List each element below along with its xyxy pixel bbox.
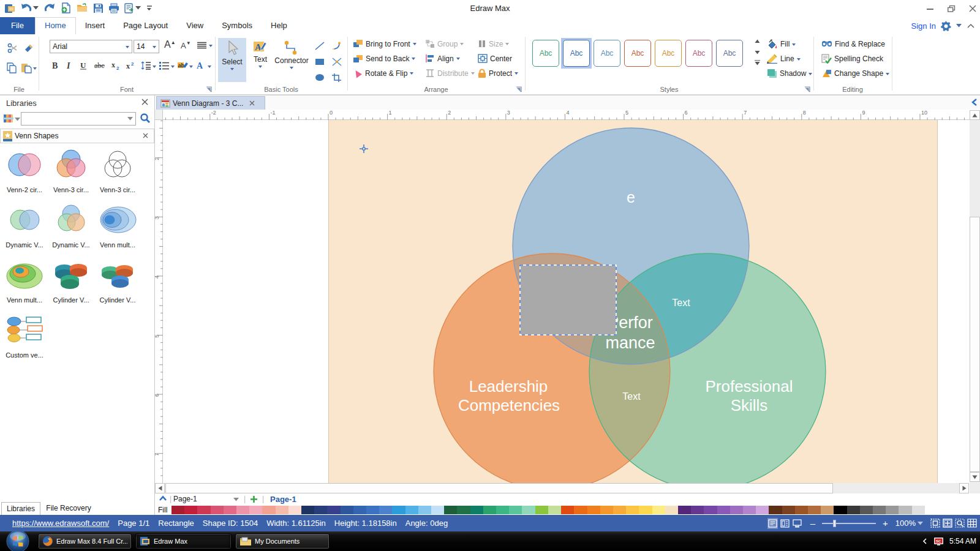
library-shape-custom-ve-9[interactable]: Custom ve... bbox=[1, 311, 48, 366]
fill-swatch-d85470[interactable] bbox=[211, 506, 224, 514]
library-shape-venn-mult-6[interactable]: Venn mult... bbox=[1, 256, 48, 311]
fill-swatch-fdeb85[interactable] bbox=[652, 506, 665, 514]
fill-swatch-5e2f17[interactable] bbox=[769, 506, 782, 514]
size-dropdown-icon[interactable] bbox=[505, 43, 509, 45]
search-history-dropdown-icon[interactable] bbox=[127, 117, 133, 121]
add-page-icon[interactable] bbox=[250, 495, 258, 503]
hscroll-left-button[interactable] bbox=[155, 483, 165, 493]
tray-app-icon[interactable]: SC bbox=[933, 537, 944, 546]
fill-swatch-cda7dd[interactable] bbox=[756, 506, 769, 514]
fill-swatch-8fd8ba[interactable] bbox=[522, 506, 535, 514]
tab-page-layout[interactable]: Page Layout bbox=[114, 17, 177, 34]
bold-icon[interactable]: B bbox=[51, 61, 59, 70]
style-preset-3[interactable]: Abc bbox=[592, 38, 622, 69]
arrange-launcher-icon[interactable] bbox=[516, 86, 522, 92]
fill-swatch-ee94aa[interactable] bbox=[236, 506, 249, 514]
libraries-close-icon[interactable] bbox=[141, 99, 148, 105]
vscroll-up-button[interactable] bbox=[970, 110, 980, 120]
hscroll-right-button[interactable] bbox=[959, 483, 969, 493]
fill-swatch-c21f3a[interactable] bbox=[184, 506, 197, 514]
cut-icon[interactable] bbox=[7, 43, 18, 54]
library-books-icon[interactable] bbox=[3, 113, 14, 124]
taskbar-button-my-documents[interactable]: My Documents bbox=[235, 533, 330, 549]
connector-tool-button[interactable]: Connector bbox=[274, 38, 309, 82]
zoom-slider-thumb[interactable] bbox=[833, 520, 836, 527]
arc-tool-icon[interactable] bbox=[332, 42, 342, 50]
fill-swatch-989898[interactable] bbox=[886, 506, 899, 514]
minimize-button[interactable] bbox=[927, 5, 934, 12]
align-text-dropdown-icon[interactable] bbox=[209, 45, 213, 47]
line-dropdown-icon[interactable] bbox=[797, 58, 801, 61]
fill-swatch-f4982c[interactable] bbox=[600, 506, 613, 514]
tab-symbols[interactable]: Symbols bbox=[213, 17, 262, 34]
shadow-button[interactable]: Shadow bbox=[767, 69, 812, 78]
send-back-dropdown-icon[interactable] bbox=[412, 58, 415, 60]
fill-swatch-c2e0f6[interactable] bbox=[431, 506, 444, 514]
fill-swatch-a81c30[interactable] bbox=[172, 506, 184, 514]
library-shape-venn-3-cir-1[interactable]: Venn-3 cir... bbox=[48, 146, 94, 201]
view-pagelayout-icon[interactable] bbox=[780, 518, 790, 529]
fill-swatch-cf9a6a[interactable] bbox=[821, 506, 834, 514]
spelling-check-button[interactable]: Spelling Check bbox=[821, 54, 883, 64]
style-preset-2[interactable]: Abc bbox=[561, 38, 592, 69]
text-tool-button[interactable]: A Text bbox=[247, 38, 273, 82]
view-presentation-icon[interactable] bbox=[792, 518, 802, 529]
fill-swatch-f3abbc[interactable] bbox=[249, 506, 262, 514]
gear-dropdown-icon[interactable] bbox=[956, 24, 962, 28]
tab-file[interactable]: File bbox=[0, 17, 35, 34]
fill-swatch-0f7e66[interactable] bbox=[470, 506, 483, 514]
group-button[interactable]: Group bbox=[425, 39, 464, 48]
zoom-out-button[interactable]: – bbox=[810, 518, 815, 528]
fit-page-icon[interactable] bbox=[942, 518, 952, 529]
paste-dropdown-icon[interactable] bbox=[33, 67, 37, 70]
change-shape-dropdown-icon[interactable] bbox=[886, 73, 889, 75]
taskbar-button-edraw-max-8-4-full-cr[interactable]: Edraw Max 8.4 Full Cr... bbox=[38, 533, 132, 549]
style-preset-5[interactable]: Abc bbox=[653, 38, 684, 69]
fill-swatch-3b72c3[interactable] bbox=[366, 506, 379, 514]
library-search-input[interactable] bbox=[21, 112, 136, 126]
fill-swatch-1d5e3b[interactable] bbox=[444, 506, 457, 514]
fill-swatch-4c82cd[interactable] bbox=[379, 506, 392, 514]
fill-swatch-e04b12[interactable] bbox=[561, 506, 574, 514]
library-shape-cylinder-v-7[interactable]: Cylinder V... bbox=[48, 256, 94, 311]
page-tab-dropdown-icon[interactable] bbox=[233, 498, 239, 501]
find-replace-button[interactable]: Find & Replace bbox=[821, 39, 885, 49]
library-shape-dynamic-v-4[interactable]: Dynamic V... bbox=[48, 201, 94, 256]
fill-swatch-383f8d[interactable] bbox=[327, 506, 340, 514]
distribute-dropdown-icon[interactable] bbox=[471, 72, 475, 75]
protect-button[interactable]: Protect bbox=[478, 69, 518, 78]
tray-expand-icon[interactable] bbox=[922, 538, 928, 544]
bring-front-dropdown-icon[interactable] bbox=[413, 43, 417, 45]
venn-shapes-close-icon[interactable] bbox=[143, 133, 148, 138]
vertical-scrollbar-thumb[interactable] bbox=[970, 217, 980, 472]
style-preset-1[interactable]: Abc bbox=[530, 38, 561, 69]
collapse-pagebar-icon[interactable] bbox=[159, 495, 167, 501]
paste-icon[interactable] bbox=[21, 62, 32, 73]
taskbar-button-edraw-max[interactable]: Edraw Max bbox=[135, 533, 232, 549]
fill-swatch-f7ac39[interactable] bbox=[613, 506, 626, 514]
horizontal-scrollbar-thumb[interactable] bbox=[165, 483, 833, 493]
library-shape-venn-2-cir-0[interactable]: Venn-2 cir... bbox=[1, 146, 48, 201]
restore-button[interactable] bbox=[948, 5, 956, 12]
fill-swatch-b284cc[interactable] bbox=[743, 506, 756, 514]
subscript-icon[interactable]: x2 bbox=[111, 61, 121, 70]
fill-swatch-643791[interactable] bbox=[691, 506, 704, 514]
fill-swatch-5ac49c[interactable] bbox=[509, 506, 522, 514]
tab-view[interactable]: View bbox=[177, 17, 213, 34]
fill-swatch-3bb786[interactable] bbox=[496, 506, 509, 514]
fill-swatch-3365b2[interactable] bbox=[353, 506, 366, 514]
zoom-in-button[interactable]: + bbox=[883, 518, 888, 528]
size-button[interactable]: Size bbox=[478, 39, 509, 48]
fill-swatch-273e7b[interactable] bbox=[314, 506, 327, 514]
fill-swatch-787878[interactable] bbox=[873, 506, 886, 514]
start-button[interactable] bbox=[6, 530, 29, 551]
font-color-dropdown-icon[interactable] bbox=[208, 66, 211, 68]
sign-in-link[interactable]: Sign In bbox=[911, 21, 936, 31]
decrease-font-icon[interactable]: A▼ bbox=[181, 40, 191, 50]
fill-swatch-9a5428[interactable] bbox=[795, 506, 808, 514]
fill-swatch-fbdcd2[interactable] bbox=[288, 506, 301, 514]
fill-swatch-585858[interactable] bbox=[860, 506, 873, 514]
bullets-icon[interactable] bbox=[159, 61, 169, 70]
fill-swatch-fbc445[interactable] bbox=[626, 506, 639, 514]
styles-scroll-down-icon[interactable] bbox=[755, 50, 760, 54]
